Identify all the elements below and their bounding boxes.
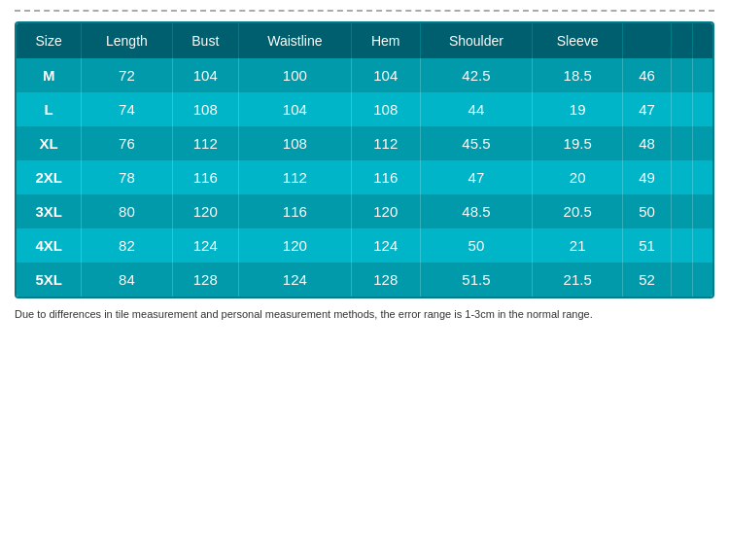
cell-value: 112: [351, 126, 420, 160]
cell-value: 72: [82, 58, 172, 92]
cell-value: [671, 126, 692, 160]
cell-value: 124: [239, 262, 352, 297]
cell-value: 20: [533, 160, 623, 194]
table-header-row: Size Length Bust Waistline Hem Shoulder …: [17, 23, 712, 58]
cell-value: 21.5: [533, 262, 623, 297]
cell-value: 120: [351, 194, 420, 228]
cell-value: [671, 58, 692, 92]
table-row: 2XL78116112116472049: [17, 160, 712, 194]
cell-value: [692, 126, 712, 160]
header-col8: [623, 23, 672, 58]
cell-value: 104: [239, 92, 352, 126]
header-bust: Bust: [172, 23, 238, 58]
cell-value: 51.5: [420, 262, 532, 297]
cell-value: 108: [351, 92, 420, 126]
footer-note: Due to differences in tile measurement a…: [15, 306, 714, 323]
table-row: M7210410010442.518.546: [17, 58, 712, 92]
cell-value: [671, 262, 692, 297]
cell-value: [692, 262, 712, 297]
header-length: Length: [82, 23, 172, 58]
cell-value: 78: [82, 160, 172, 194]
cell-size: XL: [17, 126, 82, 160]
cell-value: 20.5: [533, 194, 623, 228]
cell-size: 2XL: [17, 160, 82, 194]
header-sleeve: Sleeve: [533, 23, 623, 58]
size-table: Size Length Bust Waistline Hem Shoulder …: [17, 23, 712, 297]
cell-value: 80: [82, 194, 172, 228]
cell-size: 3XL: [17, 194, 82, 228]
header-hem: Hem: [351, 23, 420, 58]
table-row: 5XL8412812412851.521.552: [17, 262, 712, 297]
cell-value: 52: [623, 262, 672, 297]
cell-value: 48.5: [420, 194, 532, 228]
cell-value: 116: [172, 160, 238, 194]
cell-value: 45.5: [420, 126, 532, 160]
cell-value: 76: [82, 126, 172, 160]
cell-value: 18.5: [533, 58, 623, 92]
page-wrapper: Size Length Bust Waistline Hem Shoulder …: [0, 0, 729, 560]
size-table-container: Size Length Bust Waistline Hem Shoulder …: [15, 21, 714, 298]
cell-value: 108: [172, 92, 238, 126]
dashed-divider: [15, 10, 714, 12]
cell-value: 108: [239, 126, 352, 160]
cell-value: 104: [172, 58, 238, 92]
cell-value: 42.5: [420, 58, 532, 92]
cell-value: 116: [351, 160, 420, 194]
cell-value: [692, 194, 712, 228]
cell-value: 47: [623, 92, 672, 126]
cell-value: 21: [533, 228, 623, 262]
cell-value: 47: [420, 160, 532, 194]
header-size: Size: [17, 23, 82, 58]
cell-value: [692, 92, 712, 126]
cell-value: 124: [172, 228, 238, 262]
cell-value: 50: [623, 194, 672, 228]
header-col10: [692, 23, 712, 58]
cell-value: 51: [623, 228, 672, 262]
cell-value: 112: [172, 126, 238, 160]
cell-value: 128: [172, 262, 238, 297]
cell-value: 74: [82, 92, 172, 126]
cell-value: 104: [351, 58, 420, 92]
cell-value: [692, 228, 712, 262]
cell-size: 4XL: [17, 228, 82, 262]
cell-value: [671, 228, 692, 262]
cell-size: M: [17, 58, 82, 92]
header-col9: [671, 23, 692, 58]
cell-value: 112: [239, 160, 352, 194]
cell-value: 19: [533, 92, 623, 126]
table-row: 3XL8012011612048.520.550: [17, 194, 712, 228]
cell-value: 50: [420, 228, 532, 262]
cell-value: 100: [239, 58, 352, 92]
cell-value: 128: [351, 262, 420, 297]
cell-value: 46: [623, 58, 672, 92]
cell-value: 44: [420, 92, 532, 126]
cell-value: [671, 194, 692, 228]
cell-value: [671, 160, 692, 194]
cell-value: 49: [623, 160, 672, 194]
cell-size: 5XL: [17, 262, 82, 297]
cell-value: 19.5: [533, 126, 623, 160]
cell-value: 116: [239, 194, 352, 228]
cell-value: 82: [82, 228, 172, 262]
cell-size: L: [17, 92, 82, 126]
cell-value: [692, 160, 712, 194]
cell-value: [692, 58, 712, 92]
header-shoulder: Shoulder: [420, 23, 532, 58]
cell-value: 48: [623, 126, 672, 160]
cell-value: 84: [82, 262, 172, 297]
cell-value: 124: [351, 228, 420, 262]
table-row: XL7611210811245.519.548: [17, 126, 712, 160]
cell-value: 120: [172, 194, 238, 228]
cell-value: 120: [239, 228, 352, 262]
table-row: 4XL82124120124502151: [17, 228, 712, 262]
header-waistline: Waistline: [239, 23, 352, 58]
table-row: L74108104108441947: [17, 92, 712, 126]
cell-value: [671, 92, 692, 126]
